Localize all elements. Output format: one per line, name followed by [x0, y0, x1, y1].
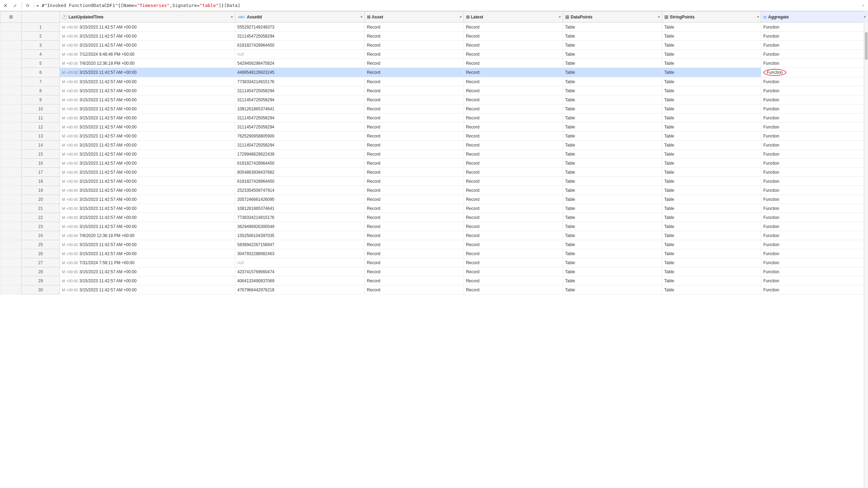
- expand-cell[interactable]: [0, 132, 22, 141]
- lastupdated-header[interactable]: 🕐 LastUpdatedTime ▾: [59, 11, 235, 23]
- expand-cell[interactable]: [0, 59, 22, 68]
- table-row[interactable]: 4M +00:007/12/2024 9:48:46 PM +00:00null…: [0, 50, 868, 59]
- close-button[interactable]: ✕: [1, 1, 10, 10]
- expand-cell[interactable]: [0, 86, 22, 95]
- expand-formula-icon[interactable]: ∧: [860, 3, 867, 8]
- expand-cell[interactable]: [0, 222, 22, 231]
- table-row[interactable]: 29M +00:003/15/2023 11:42:57 AM +00:0040…: [0, 276, 868, 285]
- table-row[interactable]: 19M +00:003/15/2023 11:42:57 AM +00:0025…: [0, 186, 868, 195]
- table-row[interactable]: 21M +00:003/15/2023 11:42:57 AM +00:0010…: [0, 204, 868, 213]
- table-row[interactable]: 30M +00:003/15/2023 11:42:57 AM +00:0047…: [0, 285, 868, 294]
- table-row[interactable]: 6M +00:003/15/2023 11:42:57 AM +00:00449…: [0, 68, 868, 77]
- expand-cell[interactable]: [0, 23, 22, 32]
- datapoints-header[interactable]: ⊞ DataPoints ▾: [563, 11, 662, 23]
- assetid-filter-icon[interactable]: ▾: [361, 15, 362, 19]
- expand-cell[interactable]: [0, 276, 22, 285]
- scrollbar[interactable]: [864, 11, 868, 488]
- table-row[interactable]: 3M +00:003/15/2023 11:42:57 AM +00:00619…: [0, 41, 868, 50]
- row-number: 27: [22, 258, 60, 267]
- table-row[interactable]: 27M +00:007/31/2024 7:58:11 PM +00:00nul…: [0, 258, 868, 267]
- table-row[interactable]: 9M +00:003/15/2023 11:42:57 AM +00:00311…: [0, 95, 868, 104]
- table-row[interactable]: 24M +00:007/6/2020 12:36:18 PM +00:00155…: [0, 231, 868, 240]
- stringpoints-filter-icon[interactable]: ▾: [757, 15, 759, 19]
- expand-cell[interactable]: [0, 32, 22, 41]
- assetid-cell: null: [235, 258, 365, 267]
- lastupdated-filter-icon[interactable]: ▾: [231, 15, 233, 19]
- latest-filter-icon[interactable]: ▾: [559, 15, 561, 19]
- latest-header[interactable]: ▤ Latest ▾: [464, 11, 563, 23]
- expand-cell[interactable]: [0, 186, 22, 195]
- expand-cell[interactable]: [0, 267, 22, 276]
- table-row[interactable]: 20M +00:003/15/2023 11:42:57 AM +00:0020…: [0, 195, 868, 204]
- expand-cell[interactable]: [0, 77, 22, 86]
- expand-cell[interactable]: [0, 50, 22, 59]
- aggregate-filter-icon[interactable]: ▾: [864, 15, 866, 19]
- table-row[interactable]: 1M +00:003/15/2023 11:42:57 AM +00:00555…: [0, 23, 868, 32]
- formula-input[interactable]: = #"Invoked FunctionODataCDF1"{[Name="Ti…: [36, 3, 858, 8]
- assetid-header[interactable]: ABC AssetId ▾: [235, 11, 365, 23]
- latest-cell: Record: [464, 32, 563, 41]
- table-row[interactable]: 16M +00:003/15/2023 11:42:57 AM +00:0061…: [0, 159, 868, 168]
- datapoints-filter-icon[interactable]: ▾: [658, 15, 660, 19]
- asset-filter-icon[interactable]: ▾: [460, 15, 461, 19]
- lastupdated-combined-cell: M +00:003/15/2023 11:42:57 AM +00:00: [59, 150, 235, 159]
- aggregate-header[interactable]: fx Aggregate ▾: [761, 11, 868, 23]
- table-row[interactable]: 2M +00:003/15/2023 11:42:57 AM +00:00311…: [0, 32, 868, 41]
- table-row[interactable]: 22M +00:003/15/2023 11:42:57 AM +00:0077…: [0, 213, 868, 222]
- confirm-button[interactable]: ✓: [11, 1, 19, 10]
- table-row[interactable]: 15M +00:003/15/2023 11:42:57 AM +00:0017…: [0, 150, 868, 159]
- expand-cell[interactable]: [0, 159, 22, 168]
- asset-cell: Record: [364, 231, 464, 240]
- stringpoints-header[interactable]: ⊞ StringPoints ▾: [662, 11, 761, 23]
- datapoints-cell: Table: [563, 113, 662, 123]
- expand-cell[interactable]: [0, 95, 22, 104]
- expand-cell[interactable]: [0, 41, 22, 50]
- table-row[interactable]: 11M +00:003/15/2023 11:42:57 AM +00:0031…: [0, 113, 868, 123]
- expand-cell[interactable]: [0, 285, 22, 294]
- table-row[interactable]: 23M +00:003/15/2023 11:42:57 AM +00:0036…: [0, 222, 868, 231]
- expand-cell[interactable]: [0, 195, 22, 204]
- table-row[interactable]: 13M +00:003/15/2023 11:42:57 AM +00:0076…: [0, 132, 868, 141]
- scroll-thumb[interactable]: [865, 32, 868, 60]
- asset-header[interactable]: ▤ Asset ▾: [364, 11, 464, 23]
- aggregate-cell: Function: [761, 276, 868, 285]
- table-row[interactable]: 18M +00:003/15/2023 11:42:57 AM +00:0061…: [0, 177, 868, 186]
- expand-cell[interactable]: [0, 104, 22, 113]
- expand-cell[interactable]: [0, 240, 22, 249]
- expand-all-header[interactable]: ⊞: [0, 11, 22, 23]
- stringpoints-cell: Table: [662, 204, 761, 213]
- table-row[interactable]: 12M +00:003/15/2023 11:42:57 AM +00:0031…: [0, 123, 868, 132]
- assetid-cell: 3111454725058294: [235, 32, 365, 41]
- aggregate-cell: Function: [761, 204, 868, 213]
- table-row[interactable]: 5M +00:007/6/2020 12:36:18 PM +00:005429…: [0, 59, 868, 68]
- table-row[interactable]: 26M +00:003/15/2023 11:42:57 AM +00:0030…: [0, 249, 868, 258]
- table-row[interactable]: 28M +00:003/15/2023 11:42:57 AM +00:0042…: [0, 267, 868, 276]
- stringpoints-cell: Table: [662, 86, 761, 95]
- expand-cell[interactable]: [0, 168, 22, 177]
- stringpoints-cell: Table: [662, 240, 761, 249]
- expand-cell[interactable]: [0, 204, 22, 213]
- expand-cell[interactable]: [0, 141, 22, 150]
- table-row[interactable]: 10M +00:003/15/2023 11:42:57 AM +00:0010…: [0, 104, 868, 113]
- table-row[interactable]: 7M +00:003/15/2023 11:42:57 AM +00:00773…: [0, 77, 868, 86]
- expand-cell[interactable]: [0, 258, 22, 267]
- lastupdated-combined-cell: M +00:003/15/2023 11:42:57 AM +00:00: [59, 95, 235, 104]
- expand-cell[interactable]: [0, 123, 22, 132]
- expand-cell[interactable]: [0, 177, 22, 186]
- table-row[interactable]: 25M +00:003/15/2023 11:42:57 AM +00:0058…: [0, 240, 868, 249]
- expand-cell[interactable]: [0, 249, 22, 258]
- stringpoints-cell: Table: [662, 213, 761, 222]
- expand-cell[interactable]: [0, 68, 22, 77]
- latest-cell: Record: [464, 249, 563, 258]
- table-row[interactable]: 17M +00:003/15/2023 11:42:57 AM +00:0080…: [0, 168, 868, 177]
- expand-cell[interactable]: [0, 150, 22, 159]
- expand-cell[interactable]: [0, 213, 22, 222]
- latest-cell: Record: [464, 113, 563, 123]
- expand-cell[interactable]: [0, 231, 22, 240]
- table-row[interactable]: 8M +00:003/15/2023 11:42:57 AM +00:00311…: [0, 86, 868, 95]
- table-row[interactable]: 14M +00:003/15/2023 11:42:57 AM +00:0031…: [0, 141, 868, 150]
- expand-cell[interactable]: [0, 113, 22, 123]
- lastupdated-combined-cell: M +00:003/15/2023 11:42:57 AM +00:00: [59, 132, 235, 141]
- assetid-cell: 4237415769660474: [235, 267, 365, 276]
- data-table-container[interactable]: ⊞ 🕐 LastUpdatedTime ▾ ABC AssetId: [0, 11, 868, 488]
